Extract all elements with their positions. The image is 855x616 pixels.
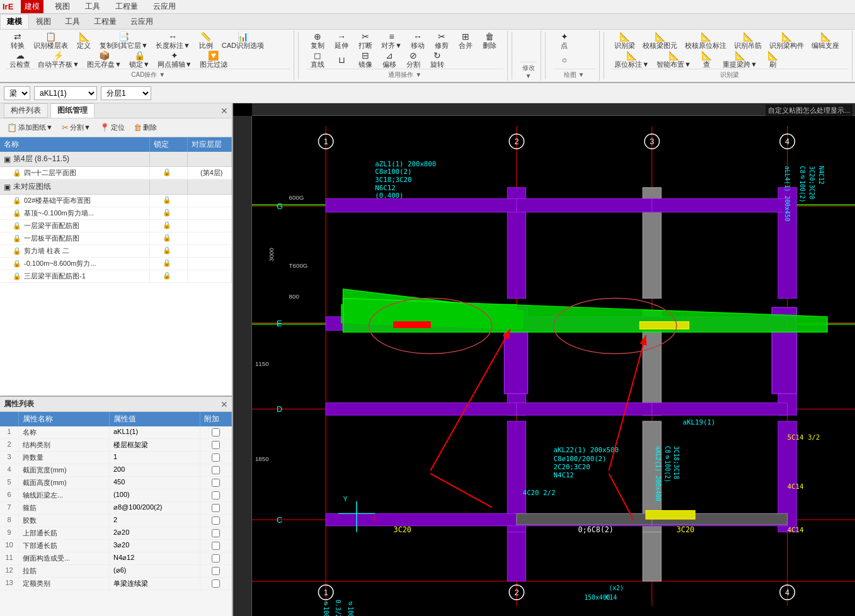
btn-rect[interactable]: ⊔ <box>330 51 353 69</box>
tab-component-list[interactable]: 构件列表 <box>4 103 48 118</box>
btn-identify-beam[interactable]: 📐识别梁 <box>611 32 638 50</box>
attr-row-13[interactable]: 13 定额类别 单梁连续梁 <box>0 578 232 590</box>
menu-item-view[interactable]: 视图 <box>51 0 74 13</box>
attr-cb-3[interactable] <box>200 452 232 464</box>
btn-identify-hanger[interactable]: 📐识别吊筋 <box>731 32 765 50</box>
attr-cb-5[interactable] <box>200 477 232 489</box>
group-header-4f[interactable]: ▣ 第4层 (8.6~11.5) <box>0 152 232 167</box>
btn-save-element[interactable]: 📦图元存盘▼ <box>84 51 125 69</box>
btn-filter[interactable]: 🔽图元过滤 <box>197 51 231 69</box>
btn-trim[interactable]: ✂修剪 <box>430 32 453 50</box>
panel-close-btn[interactable]: ✕ <box>221 106 228 116</box>
btn-scale[interactable]: 📏比例 <box>195 32 217 50</box>
attr-cb-6[interactable] <box>200 489 232 501</box>
btn-transform[interactable]: ⇄转换 <box>6 32 29 50</box>
layer-select[interactable]: 分层1 <box>101 86 151 100</box>
btn-lock[interactable]: 🔒锁定▼ <box>126 51 153 69</box>
btn-check-beam[interactable]: 📐校核梁图元 <box>640 32 680 50</box>
btn-auto-level[interactable]: ⚡自动平齐板▼ <box>35 51 83 69</box>
type-select[interactable]: 梁 <box>4 86 30 100</box>
group-header-unmatched[interactable]: ▣ 未对应图纸 <box>0 180 232 195</box>
list-item-02[interactable]: 🔒 02#楼基础平面布置图 🔒 <box>0 195 232 207</box>
list-item-m01[interactable]: 🔒 -0.100m~8.600m剪力... 🔒 <box>0 258 232 270</box>
tab-jianjian[interactable]: 建模 <box>0 14 29 29</box>
btn-cad-options[interactable]: 📊CAD识别选项 <box>219 32 267 50</box>
btn-locate[interactable]: 📍 定位 <box>96 121 128 134</box>
attr-cb-1[interactable] <box>200 426 232 438</box>
attr-cb-7[interactable] <box>200 502 232 514</box>
tab-gongju[interactable]: 工具 <box>58 14 87 29</box>
attr-row-11[interactable]: 11 侧面构造或受... N4⌀12 <box>0 552 232 565</box>
btn-offset[interactable]: ⊿偏移 <box>378 51 401 69</box>
attr-row-6[interactable]: 6 轴线距梁左... (100) <box>0 489 232 502</box>
btn-delete-drawing[interactable]: 🗑 删除 <box>130 121 160 134</box>
btn-orig-mark[interactable]: 📐原位标注▼ <box>611 51 652 69</box>
attr-cb-11[interactable] <box>200 552 232 564</box>
btn-brush[interactable]: 📐刷 <box>762 51 784 69</box>
attr-row-3[interactable]: 3 跨数量 1 <box>0 452 232 464</box>
btn-break[interactable]: ✂打断 <box>354 32 377 50</box>
attr-cb-13[interactable] <box>200 578 232 590</box>
btn-merge[interactable]: ⊞合并 <box>454 32 477 50</box>
element-select[interactable]: aKL1(1) <box>34 86 97 100</box>
btn-identify-floor[interactable]: 📋识别楼层表 <box>30 32 71 50</box>
tab-gongliang[interactable]: 工程量 <box>87 14 123 29</box>
btn-smart-place[interactable]: 📐智能布置▼ <box>653 51 694 69</box>
btn-length-dim[interactable]: ↔长度标注▼ <box>152 32 193 50</box>
svg-text:4C14: 4C14 <box>788 526 804 534</box>
btn-circle[interactable]: ○ <box>553 51 576 69</box>
btn-cloud-check[interactable]: ☁云检查 <box>6 51 33 69</box>
attr-row-5[interactable]: 5 截面高度(mm) 450 <box>0 477 232 489</box>
tab-shitu[interactable]: 视图 <box>29 14 58 29</box>
attr-cb-4[interactable] <box>200 464 232 476</box>
btn-add-drawing[interactable]: 📋 添加图纸▼ <box>4 121 56 134</box>
btn-respan[interactable]: 📐重提梁跨▼ <box>720 51 760 69</box>
btn-query[interactable]: 📐查 <box>696 51 718 69</box>
attr-row-8[interactable]: 8 胶数 2 <box>0 515 232 527</box>
list-item-beam1[interactable]: 🔒 一层梁平面配筋图 🔒 <box>0 220 232 232</box>
btn-define[interactable]: 📐定义 <box>72 32 95 50</box>
list-item-shear[interactable]: 🔒 剪力墙 柱表 二 🔒 <box>0 245 232 258</box>
attr-row-2[interactable]: 2 结构类别 楼层框架梁 <box>0 439 232 452</box>
menu-item-tools[interactable]: 工具 <box>81 0 104 13</box>
btn-split-drawing[interactable]: ✂ 分割▼ <box>59 121 94 134</box>
attr-row-12[interactable]: 12 拉筋 (⌀6) <box>0 565 232 578</box>
menu-item-cloud[interactable]: 云应用 <box>149 0 180 13</box>
menu-item-build[interactable]: 建模 <box>21 0 43 13</box>
attr-row-1[interactable]: 1 名称 aKL1(1) <box>0 426 232 439</box>
list-item-beam3[interactable]: 🔒 三层梁平面配筋图-1 🔒 <box>0 270 232 283</box>
btn-move[interactable]: ↔移动 <box>406 32 429 50</box>
list-item-floor12[interactable]: 🔒 四~十二层平面图 🔒 (第4层) <box>0 167 232 180</box>
btn-mirror[interactable]: ⊟镜像 <box>354 51 377 69</box>
btn-align[interactable]: ≡对齐▼ <box>378 32 405 50</box>
btn-check-orig[interactable]: 📐校核原位标注 <box>682 32 730 50</box>
list-item-slab1[interactable]: 🔒 一层板平面配筋图 🔒 <box>0 232 232 245</box>
btn-split[interactable]: ⊘分割 <box>402 51 425 69</box>
btn-identify-component[interactable]: 📐识别梁构件 <box>766 32 807 50</box>
btn-copy-layer[interactable]: 📑复制到其它层▼ <box>96 32 151 50</box>
btn-delete[interactable]: 🗑删除 <box>478 32 501 50</box>
list-item-base[interactable]: 🔒 基顶~-0.100m剪力墙... 🔒 <box>0 207 232 220</box>
attr-cb-2[interactable] <box>200 439 232 451</box>
file-list[interactable]: ▣ 第4层 (8.6~11.5) 🔒 四~十二层平面图 🔒 (第4层) <box>0 152 232 396</box>
attr-row-9[interactable]: 9 上部通长筋 2⌀20 <box>0 527 232 540</box>
cad-area[interactable]: 自定义粘图怎么处理显示... 1 2 3 <box>233 103 855 616</box>
btn-grid-axis[interactable]: ✦网点捕轴▼ <box>154 51 195 69</box>
btn-point[interactable]: ✦点 <box>553 32 576 50</box>
btn-edit-support[interactable]: 📐编辑支座 <box>808 32 842 50</box>
attr-row-10[interactable]: 10 下部通长筋 3⌀20 <box>0 540 232 552</box>
attr-row-4[interactable]: 4 截面宽度(mm) 200 <box>0 464 232 477</box>
tab-drawing-mgmt[interactable]: 图纸管理 <box>50 103 95 118</box>
btn-line[interactable]: ◻直线 <box>306 51 329 69</box>
btn-copy[interactable]: ⊕复制 <box>306 32 329 50</box>
btn-extend[interactable]: →延伸 <box>330 32 353 50</box>
attr-cb-12[interactable] <box>200 565 232 577</box>
attr-row-7[interactable]: 7 箍筋 ⌀8@100/200(2) <box>0 502 232 515</box>
menu-item-engineering[interactable]: 工程量 <box>112 0 142 13</box>
btn-rotate[interactable]: ↻旋转 <box>426 51 449 69</box>
tab-yunying[interactable]: 云应用 <box>123 14 160 29</box>
attr-cb-9[interactable] <box>200 527 232 539</box>
attr-cb-8[interactable] <box>200 515 232 527</box>
attr-cb-10[interactable] <box>200 540 232 552</box>
attr-panel-close[interactable]: ✕ <box>221 399 228 409</box>
